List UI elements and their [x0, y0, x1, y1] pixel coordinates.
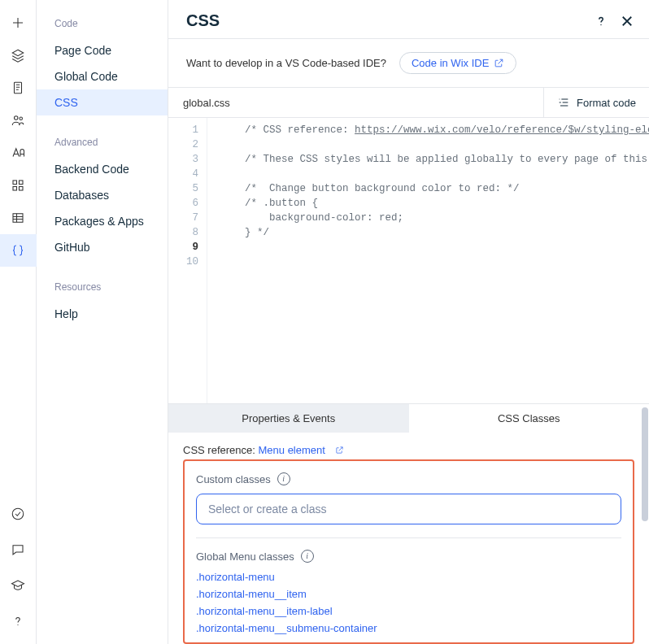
file-bar: global.css Format code: [168, 88, 649, 118]
chat-icon[interactable]: [0, 533, 37, 566]
svg-rect-7: [13, 214, 23, 223]
side-item-backend-code[interactable]: Backend Code: [37, 156, 168, 182]
external-link-icon: [494, 58, 504, 68]
text-style-icon[interactable]: [0, 137, 37, 169]
panel-help-icon[interactable]: [594, 14, 608, 28]
side-panel: Code Page Code Global Code CSS Advanced …: [37, 0, 168, 644]
classes-highlight-box: Custom classes i Global Menu classes i .…: [183, 459, 634, 644]
line-gutter: 12345678910: [168, 118, 207, 403]
format-icon: [557, 96, 570, 109]
class-link[interactable]: .horizontal-menu__item: [196, 588, 621, 600]
external-link-icon: [335, 446, 344, 455]
code-editor[interactable]: 12345678910 /* CSS reference: https://ww…: [168, 118, 649, 403]
check-circle-icon[interactable]: [0, 498, 37, 530]
side-item-help[interactable]: Help: [37, 301, 168, 327]
side-item-databases[interactable]: Databases: [37, 182, 168, 208]
ide-prompt-text: Want to develop in a VS Code-based IDE?: [186, 57, 386, 69]
css-reference-link[interactable]: Menu element: [259, 444, 344, 456]
main-panel: CSS Want to develop in a VS Code-based I…: [168, 0, 649, 644]
class-link[interactable]: .horizontal-menu: [196, 571, 621, 583]
ide-prompt-bar: Want to develop in a VS Code-based IDE? …: [168, 39, 649, 88]
css-reference-line: CSS reference: Menu element: [183, 444, 634, 456]
tab-properties-events[interactable]: Properties & Events: [168, 404, 409, 433]
side-item-github[interactable]: GitHub: [37, 234, 168, 260]
global-class-list: .horizontal-menu .horizontal-menu__item …: [196, 571, 621, 634]
team-icon[interactable]: [0, 104, 37, 137]
divider: [196, 537, 621, 538]
tab-css-classes[interactable]: CSS Classes: [409, 404, 650, 433]
custom-classes-label: Custom classes: [196, 473, 271, 485]
svg-point-9: [17, 624, 18, 625]
side-section-code: Code: [37, 11, 168, 37]
panel-title: CSS: [186, 11, 220, 30]
side-section-advanced: Advanced: [37, 130, 168, 156]
class-link[interactable]: .horizontal-menu__item-label: [196, 605, 621, 617]
close-icon[interactable]: [620, 14, 634, 28]
active-file-tab[interactable]: global.css: [168, 89, 246, 117]
table-icon[interactable]: [0, 202, 37, 234]
add-icon[interactable]: [0, 7, 37, 39]
format-code-button[interactable]: Format code: [543, 88, 649, 117]
grad-cap-icon[interactable]: [0, 569, 37, 602]
info-icon[interactable]: i: [277, 472, 290, 485]
layers-icon[interactable]: [0, 39, 37, 72]
help-icon[interactable]: [0, 605, 37, 637]
side-item-packages-apps[interactable]: Packages & Apps: [37, 208, 168, 234]
svg-point-8: [12, 508, 24, 520]
svg-point-2: [20, 117, 22, 120]
svg-rect-0: [15, 82, 22, 94]
custom-class-input[interactable]: [196, 494, 621, 524]
left-rail: [0, 0, 37, 644]
code-in-wix-ide-label: Code in Wix IDE: [412, 57, 489, 69]
global-classes-label: Global Menu classes: [196, 550, 294, 563]
svg-point-10: [600, 24, 601, 24]
grid-apps-icon[interactable]: [0, 169, 37, 202]
side-item-global-code[interactable]: Global Code: [37, 63, 168, 89]
side-item-page-code[interactable]: Page Code: [37, 37, 168, 63]
code-body[interactable]: /* CSS reference: https://www.wix.com/ve…: [207, 118, 649, 403]
svg-point-1: [15, 116, 19, 120]
code-in-wix-ide-button[interactable]: Code in Wix IDE: [399, 52, 516, 74]
vertical-scrollbar[interactable]: [641, 404, 649, 637]
bottom-pane: Properties & Events CSS Classes CSS refe…: [168, 403, 649, 644]
svg-rect-5: [13, 187, 17, 191]
css-reference-prefix: CSS reference:: [183, 444, 259, 456]
info-icon[interactable]: i: [301, 550, 314, 563]
braces-icon[interactable]: [0, 234, 37, 267]
panel-header: CSS: [168, 0, 649, 39]
side-item-css[interactable]: CSS: [37, 89, 168, 115]
svg-rect-3: [13, 181, 17, 185]
class-link[interactable]: .horizontal-menu__submenu-container: [196, 622, 621, 634]
bottom-tabs: Properties & Events CSS Classes: [168, 404, 649, 433]
svg-rect-4: [20, 181, 24, 185]
svg-rect-6: [20, 187, 24, 191]
page-icon[interactable]: [0, 72, 37, 104]
side-section-resources: Resources: [37, 275, 168, 301]
format-code-label: Format code: [577, 97, 636, 109]
